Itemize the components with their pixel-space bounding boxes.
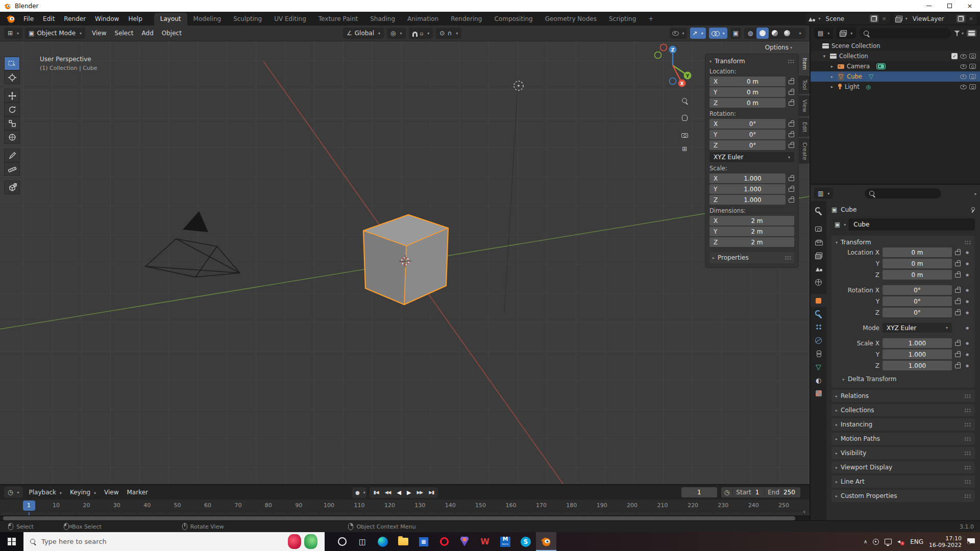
panel-instancing[interactable]: ▸Instancing — [831, 418, 975, 431]
clock[interactable]: 17:10 16-09-2022 — [929, 535, 962, 548]
tab-texture-paint[interactable]: Texture Paint — [312, 13, 364, 26]
taskbar-app-wps[interactable]: W — [475, 532, 495, 551]
value-field-x[interactable]: X1.000 — [709, 173, 786, 183]
frame-start-field[interactable]: 1 — [754, 489, 765, 496]
blender-logo-menu[interactable] — [6, 14, 16, 23]
shading-material-button[interactable] — [769, 28, 781, 39]
menu-window[interactable]: Window — [90, 14, 124, 24]
properties-subpanel-collapsed[interactable]: ▸ Properties — [709, 252, 794, 263]
disable-in-renders-toggle[interactable] — [969, 84, 976, 89]
panel-collections[interactable]: ▸Collections — [831, 404, 975, 416]
panel-line-art[interactable]: ▸Line Art — [831, 475, 975, 488]
value-field-y[interactable]: Y2 m — [709, 227, 794, 236]
properties-tab-object[interactable] — [811, 294, 826, 307]
maximize-button[interactable] — [939, 0, 960, 12]
mode-dropdown[interactable]: ▣Object Mode▾ — [25, 28, 85, 39]
gizmo-y-neg[interactable] — [655, 52, 662, 59]
tool-add-cube[interactable] — [4, 181, 20, 194]
close-button[interactable]: × — [960, 0, 980, 12]
object-name[interactable]: Light — [845, 83, 860, 90]
disclosure-icon[interactable]: ▸ — [829, 74, 835, 79]
viewport-menu-view[interactable]: View — [88, 28, 110, 39]
jump-to-end-button[interactable]: ▶▮ — [426, 490, 437, 495]
hide-in-viewport-toggle[interactable] — [960, 64, 967, 69]
tab-compositing[interactable]: Compositing — [488, 13, 538, 26]
properties-tab-material[interactable]: ◐ — [811, 373, 826, 387]
scrollbar-handle[interactable] — [3, 516, 795, 520]
zoom-view-button[interactable] — [679, 95, 690, 106]
animate-dot[interactable]: ● — [964, 251, 971, 255]
tab-scripting[interactable]: Scripting — [603, 13, 642, 26]
lock-icon[interactable] — [789, 196, 794, 203]
viewlayer-name[interactable]: ViewLayer — [910, 15, 954, 22]
disable-in-renders-toggle[interactable] — [969, 54, 976, 59]
next-keyframe-button[interactable]: ▶▶ — [413, 490, 426, 495]
n-tab-view[interactable]: View — [799, 95, 810, 116]
ortho-toggle-button[interactable]: ⊞ — [679, 143, 690, 155]
row-value-field[interactable]: 0 m — [883, 247, 952, 257]
collapse-arrow-icon[interactable]: ‹ — [803, 508, 805, 515]
outliner-search-input[interactable] — [859, 28, 951, 38]
row-value-field[interactable]: 0 m — [883, 270, 952, 280]
taskbar-app-photos[interactable]: ▦ — [413, 532, 434, 551]
value-field-y[interactable]: Y1.000 — [709, 184, 786, 194]
new-viewlayer-button[interactable] — [957, 15, 965, 22]
lock-icon[interactable] — [789, 120, 794, 127]
outliner-row-camera[interactable]: ▸Camera — [811, 61, 980, 71]
shading-solid-button[interactable] — [756, 28, 769, 39]
editor-type-selector[interactable]: ⊞▾ — [4, 28, 22, 39]
properties-tab-particles[interactable] — [811, 320, 826, 334]
value-field-x[interactable]: X2 m — [709, 216, 794, 226]
properties-tab-tool[interactable] — [811, 204, 826, 217]
lock-icon[interactable] — [789, 131, 794, 138]
properties-tab-texture[interactable] — [811, 387, 826, 400]
tab-shading[interactable]: Shading — [364, 13, 401, 26]
value-field-z[interactable]: Z0 m — [709, 98, 786, 108]
outliner-row-scene-collection[interactable]: Scene Collection — [811, 41, 980, 51]
animate-dot[interactable]: ● — [964, 353, 971, 357]
scene-selector[interactable]: ▾ Scene × — [806, 13, 890, 24]
gizmo-z-neg[interactable] — [670, 78, 676, 85]
properties-tab-output[interactable] — [811, 236, 826, 249]
tool-cursor[interactable] — [4, 70, 20, 84]
network-icon[interactable] — [885, 539, 892, 544]
current-frame-field[interactable]: 1 — [681, 487, 717, 497]
auto-keying-toggle[interactable]: ●▾ — [352, 487, 366, 498]
language-indicator[interactable]: ENG — [910, 538, 923, 545]
playhead[interactable]: 1 — [23, 500, 35, 511]
outliner-display-mode[interactable]: ▾ — [836, 28, 856, 39]
camera-view-button[interactable] — [679, 130, 690, 141]
tab-uv-editing[interactable]: UV Editing — [268, 13, 312, 26]
lock-icon[interactable] — [789, 186, 794, 192]
lock-icon[interactable] — [789, 89, 794, 95]
drag-handle-icon[interactable] — [788, 59, 794, 64]
frame-end-field[interactable]: 250 — [782, 489, 800, 496]
new-scene-button[interactable] — [870, 15, 878, 22]
outliner-filter-button[interactable]: ▾ — [954, 31, 964, 36]
object-name-field[interactable]: ▣▾ Cube — [831, 218, 975, 231]
tab-sculpting[interactable]: Sculpting — [227, 13, 268, 26]
taskbar-app-edge[interactable] — [373, 532, 393, 551]
timeline-ruler[interactable]: 2502402302202102001901801701601501401301… — [0, 499, 810, 512]
viewlayer-selector[interactable]: ▾ ViewLayer × — [893, 13, 977, 24]
menu-edit[interactable]: Edit — [38, 14, 59, 24]
rotation-mode-dropdown[interactable]: XYZ Euler▾ — [709, 152, 794, 162]
minimize-button[interactable] — [919, 0, 939, 12]
navigation-gizmo[interactable]: Z Y X — [655, 44, 692, 87]
animate-dot[interactable]: ● — [964, 326, 971, 330]
disable-in-renders-toggle[interactable] — [969, 74, 976, 79]
overlays-toggle[interactable]: ▾ — [709, 28, 727, 39]
taskbar-app-file-explorer[interactable] — [393, 532, 413, 551]
value-field-z[interactable]: Z1.000 — [709, 195, 786, 205]
row-value-field[interactable]: 0° — [883, 296, 952, 306]
menu-render[interactable]: Render — [59, 14, 90, 24]
transform-panel-header[interactable]: ▾ Transform — [836, 239, 971, 246]
new-collection-button[interactable] — [967, 30, 976, 37]
object-name[interactable]: Camera — [847, 63, 870, 70]
lock-icon[interactable] — [789, 78, 794, 85]
timeline-menu-view[interactable]: View — [100, 487, 122, 498]
object-name[interactable]: Scene Collection — [831, 42, 880, 49]
row-value-field[interactable]: XYZ Euler▾ — [883, 323, 952, 333]
lock-icon[interactable] — [955, 249, 961, 256]
tool-select-box[interactable] — [4, 57, 20, 70]
